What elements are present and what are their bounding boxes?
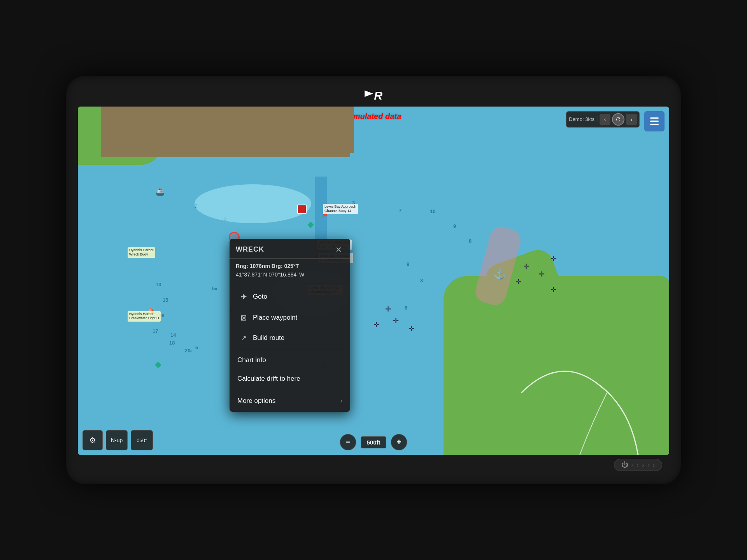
demo-bar: Demo: 3kts ‹ ⏱ › — [566, 111, 640, 128]
depth-num: 20₈ — [185, 348, 192, 354]
shallow-water-1 — [195, 184, 311, 223]
zoom-out-button[interactable]: − — [340, 434, 356, 450]
depth-num: 8 — [420, 278, 423, 284]
boat-icon: 🚢 — [156, 187, 164, 196]
build-route-label: Build route — [253, 334, 341, 342]
hazard-cross: ✛ — [551, 254, 556, 263]
bottom-left-controls: ⚙ N-up 050° — [82, 430, 153, 450]
anchor-icon: ⚓ — [493, 268, 506, 280]
depth-num: 6 — [405, 305, 407, 311]
depth-num: 7 — [399, 208, 402, 214]
depth-num: 18 — [169, 340, 175, 346]
settings-icon: ⚙ — [89, 436, 96, 445]
hazard-cross: ✛ — [385, 305, 391, 313]
demo-play-button[interactable]: ⏱ — [612, 113, 624, 126]
hazard-cross: ✛ — [409, 324, 414, 333]
zoom-plus-icon: + — [396, 437, 402, 447]
depth-num: 10 — [430, 208, 435, 214]
calculate-drift-menu-item[interactable]: Calculate drift to here — [230, 369, 350, 388]
green-marker-2: ◆ — [155, 359, 161, 369]
settings-button[interactable]: ⚙ — [82, 430, 103, 450]
depth-num: 9 — [407, 261, 409, 267]
breakwater-label: Hyannis HarborBreakwater Light H — [128, 311, 161, 322]
depth-num: 13 — [156, 282, 161, 287]
build-route-menu-item[interactable]: ↗ Build route — [231, 329, 349, 347]
buoy-label-14: Lewis Bay ApproachChannel Buoy 14 — [323, 204, 358, 214]
power-controls: ⏻ › › › › › — [614, 459, 662, 471]
hazard-cross: ✛ — [551, 285, 556, 294]
scale-display: 500ft — [361, 436, 386, 448]
depth-num: 9 — [453, 223, 456, 229]
device-bottom-bar: ⏻ › › › › › — [77, 457, 670, 473]
context-menu-title: WRECK — [236, 245, 264, 254]
wreck-buoy-label: Hyannis HarborWreck Buoy — [128, 247, 155, 258]
context-menu-coords: Rng: 1076nm Brg: 025°T 41°37.871' N 070°… — [230, 259, 350, 284]
goto-label: Goto — [253, 293, 341, 301]
device-shell: R Simulated data ⌂ ⊠ — [66, 76, 681, 484]
heading-display: 050° — [131, 430, 153, 450]
map-screen: Simulated data ⌂ ⊠ ≡ Demo: 3kts ‹ ⏱ › — [78, 107, 669, 455]
more-options-label: More options — [237, 397, 275, 405]
calculate-drift-label: Calculate drift to here — [237, 375, 300, 383]
depth-num: 14 — [170, 332, 176, 338]
land-center-bottom — [459, 369, 537, 455]
square-marker — [297, 205, 307, 214]
hazard-cross: ✛ — [374, 320, 379, 329]
brand-logo: R — [365, 89, 382, 102]
more-options-menu-item[interactable]: More options › — [230, 392, 350, 410]
depth-num: 8 — [469, 238, 472, 244]
hazard-cross: ✛ — [516, 278, 521, 286]
green-marker-1: ◆ — [307, 219, 314, 229]
simulated-data-label: Simulated data — [346, 112, 401, 121]
chevron-right-icon: › — [340, 397, 342, 404]
heading-value: 050° — [137, 438, 147, 443]
depth-num: 15 — [163, 297, 168, 303]
coordinates: 41°37.871' N 070°16.884' W — [236, 270, 344, 279]
depth-num: 5 — [195, 345, 198, 350]
menu-button[interactable] — [644, 111, 665, 131]
goto-icon: ✈ — [239, 292, 248, 301]
menu-divider-1 — [236, 349, 344, 349]
brand-flag-icon — [365, 90, 373, 101]
context-menu-header: WRECK ✕ — [230, 239, 350, 259]
hazard-cross: ✛ — [539, 270, 545, 278]
hamburger-icon — [650, 117, 659, 125]
chart-info-label: Chart info — [237, 356, 266, 364]
hazard-cross: ✛ — [393, 317, 399, 325]
zoom-in-button[interactable]: + — [391, 434, 407, 450]
close-context-menu-button[interactable]: ✕ — [333, 244, 344, 255]
zoom-minus-icon: − — [345, 437, 351, 447]
context-menu: WRECK ✕ Rng: 1076nm Brg: 025°T 41°37.871… — [230, 239, 350, 412]
chart-info-menu-item[interactable]: Chart info — [230, 351, 350, 369]
depth-num: 17 — [153, 328, 158, 334]
demo-next-button[interactable]: › — [626, 114, 637, 125]
zoom-controls: − 500ft + — [340, 434, 407, 450]
place-waypoint-menu-item[interactable]: ⊠ Place waypoint — [231, 308, 349, 328]
land-top-spit — [342, 107, 354, 153]
depth-num: 6₈ — [212, 285, 217, 291]
demo-prev-button[interactable]: ‹ — [600, 114, 610, 125]
device-top-bar: R — [77, 87, 670, 105]
demo-label: Demo: 3kts — [569, 116, 598, 122]
place-waypoint-label: Place waypoint — [253, 314, 341, 322]
power-icon[interactable]: ⏻ — [621, 461, 629, 469]
range-bearing: Rng: 1076nm Brg: 025°T — [236, 262, 344, 270]
brand-name: R — [374, 89, 382, 102]
land-top-beach — [101, 107, 350, 157]
waypoint-icon: ⊠ — [239, 313, 248, 322]
menu-divider-2 — [236, 390, 344, 390]
nav-chevrons: › › › › › — [631, 462, 656, 469]
nup-button[interactable]: N-up — [106, 430, 128, 450]
route-icon: ↗ — [239, 334, 248, 341]
nup-label: N-up — [111, 437, 123, 443]
goto-menu-item[interactable]: ✈ Goto — [231, 287, 349, 307]
context-menu-items: ✈ Goto ⊠ Place waypoint ↗ Build route Ch… — [230, 284, 350, 412]
hazard-cross: ✛ — [523, 262, 529, 271]
